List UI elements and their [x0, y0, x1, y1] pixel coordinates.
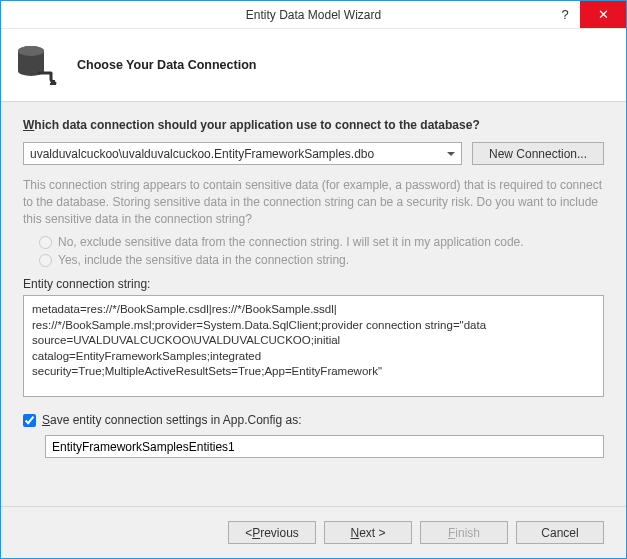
save-settings-checkbox-row[interactable]: Save entity connection settings in App.C… — [23, 413, 604, 427]
next-button[interactable]: Next > — [324, 521, 412, 544]
new-connection-button[interactable]: New Connection... — [472, 142, 604, 165]
connection-question: Which data connection should your applic… — [23, 118, 604, 132]
wizard-header: Choose Your Data Connection — [1, 29, 626, 102]
finish-button: Finish — [420, 521, 508, 544]
sensitive-data-radios: No, exclude sensitive data from the conn… — [23, 235, 604, 267]
radio-include-sensitive: Yes, include the sensitive data in the c… — [39, 253, 604, 267]
titlebar: Entity Data Model Wizard ? ✕ — [1, 1, 626, 29]
previous-button[interactable]: < Previous — [228, 521, 316, 544]
radio-include-input — [39, 254, 52, 267]
ecs-label: Entity connection string: — [23, 277, 604, 291]
cancel-button[interactable]: Cancel — [516, 521, 604, 544]
svg-point-1 — [18, 46, 44, 56]
window-title: Entity Data Model Wizard — [1, 8, 626, 22]
config-name-input[interactable] — [45, 435, 604, 458]
connection-dropdown[interactable]: uvalduvalcuckoo\uvalduvalcuckoo.EntityFr… — [23, 142, 462, 165]
radio-exclude-sensitive: No, exclude sensitive data from the conn… — [39, 235, 604, 249]
svg-rect-3 — [50, 83, 56, 85]
svg-rect-2 — [51, 80, 55, 83]
radio-exclude-input — [39, 236, 52, 249]
header-title: Choose Your Data Connection — [77, 58, 256, 72]
database-icon — [15, 43, 59, 87]
radio-exclude-label: No, exclude sensitive data from the conn… — [58, 235, 524, 249]
wizard-footer: < Previous Next > Finish Cancel — [1, 506, 626, 558]
connection-dropdown-value: uvalduvalcuckoo\uvalduvalcuckoo.EntityFr… — [30, 147, 374, 161]
sensitive-data-warning: This connection string appears to contai… — [23, 177, 604, 227]
save-settings-label: Save entity connection settings in App.C… — [42, 413, 302, 427]
save-settings-checkbox[interactable] — [23, 414, 36, 427]
wizard-window: Entity Data Model Wizard ? ✕ Choose Your… — [0, 0, 627, 559]
connection-row: uvalduvalcuckoo\uvalduvalcuckoo.EntityFr… — [23, 142, 604, 165]
wizard-content: Which data connection should your applic… — [1, 102, 626, 506]
entity-connection-string[interactable]: metadata=res://*/BookSample.csdl|res://*… — [23, 295, 604, 397]
radio-include-label: Yes, include the sensitive data in the c… — [58, 253, 349, 267]
